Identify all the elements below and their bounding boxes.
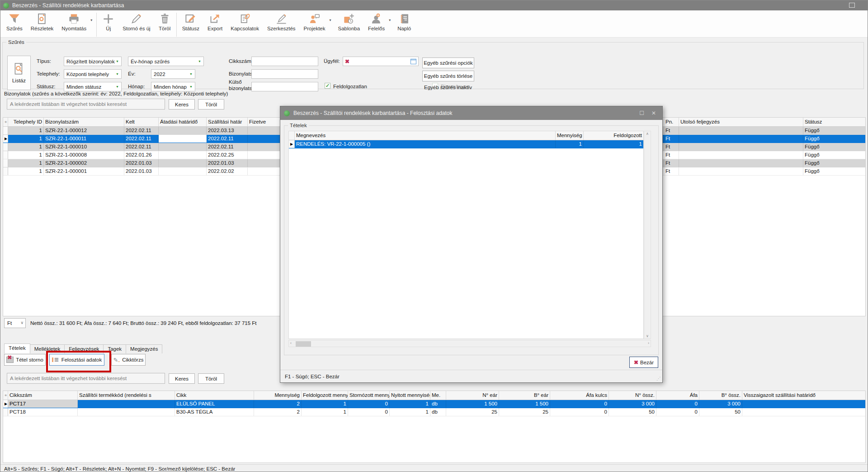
grid-cell[interactable] (78, 400, 175, 408)
month-select[interactable]: Minden hónap▼ (151, 82, 195, 91)
column-header[interactable]: Nyitott mennyiség (390, 391, 430, 400)
horizontal-scrollbar[interactable]: ‹ › (288, 340, 651, 347)
item-number-input[interactable] (251, 57, 318, 66)
year-month-filter-select[interactable]: Év-hónap szűrés▼ (128, 57, 204, 66)
grid-cell[interactable]: db (430, 408, 446, 416)
cancel-and-new-button[interactable]: Stornó és új (118, 12, 154, 32)
tab-megjegyzes[interactable]: Megjegyzés (126, 344, 162, 353)
to-template-button[interactable]: Sablonba (334, 12, 364, 32)
grid-cell[interactable]: 1 (8, 151, 44, 159)
column-header[interactable]: ✳ (3, 391, 8, 400)
column-header[interactable]: Feldolgozott menny (302, 391, 348, 400)
grid-cell[interactable]: 1 (8, 135, 44, 143)
search-button[interactable]: Keres (169, 99, 195, 110)
tab-tagek[interactable]: Tagek (103, 344, 126, 353)
detail-clear-search-button[interactable]: Töröl (198, 373, 224, 384)
column-header[interactable]: Mennyiség (254, 391, 302, 400)
column-header[interactable]: Cikk (175, 391, 254, 400)
column-header[interactable]: Cikkszám (8, 391, 78, 400)
grid-cell[interactable]: Függő (803, 167, 866, 175)
close-icon[interactable]: ✕ (651, 110, 656, 116)
log-button[interactable]: Napló (393, 12, 415, 32)
grid-cell[interactable] (159, 135, 207, 143)
grid-cell[interactable] (159, 167, 207, 175)
scroll-left-icon[interactable]: ‹ (290, 341, 292, 345)
responsible-button[interactable]: Felelős (364, 12, 389, 32)
grid-cell[interactable]: 2022.02.25 (207, 151, 248, 159)
grid-cell[interactable]: 2022.01.03 (124, 167, 159, 175)
grid-cell[interactable]: 25 (499, 408, 550, 416)
grid-cell[interactable]: 1 (8, 159, 44, 167)
column-header[interactable]: Pn. (664, 118, 679, 126)
grid-cell[interactable]: Ft (664, 135, 679, 143)
grid-cell[interactable]: 2022.02.11 (124, 135, 159, 143)
chevron-down-icon[interactable]: ▾ (389, 18, 393, 22)
grid-cell[interactable]: ELÜLSŐ PANEL (175, 400, 254, 408)
projects-button[interactable]: Projektek (300, 12, 330, 32)
grid-cell[interactable]: Függő (803, 127, 866, 134)
grid-cell[interactable]: 3 000 (609, 400, 656, 408)
grid-cell[interactable] (3, 127, 8, 134)
grid-cell[interactable]: 25 (446, 408, 499, 416)
tab-tetelek[interactable]: Tételek (4, 343, 30, 353)
grid-cell[interactable]: 2022.03.13 (207, 127, 248, 134)
list-button[interactable]: Listáz (7, 56, 31, 90)
column-header[interactable]: Áfa (656, 391, 699, 400)
status-select[interactable]: Minden státusz▼ (64, 82, 122, 91)
grid-cell[interactable] (679, 151, 803, 159)
resize-grip[interactable]: ⋰ (656, 376, 661, 381)
item-cancel-button[interactable]: ✖ Tétel storno (4, 354, 46, 366)
status-button[interactable]: Státusz (178, 12, 203, 32)
grid-cell[interactable]: 1 (390, 400, 430, 408)
scroll-right-icon[interactable]: › (648, 341, 649, 345)
grid-cell[interactable]: Ft (664, 151, 679, 159)
grid-cell[interactable]: 2022.01.26 (124, 151, 159, 159)
unprocessed-checkbox[interactable]: ✓ (325, 83, 330, 89)
column-header[interactable]: N° eár (446, 391, 499, 400)
grid-cell[interactable]: Ft (664, 127, 679, 134)
grid-cell[interactable] (742, 408, 866, 416)
scroll-down-icon[interactable]: ∨ (646, 334, 649, 338)
grid-cell[interactable] (78, 408, 175, 416)
grid-cell[interactable]: 2 (254, 408, 302, 416)
grid-cell[interactable]: 0 (656, 400, 699, 408)
grid-cell[interactable]: 2022.02.11 (207, 135, 248, 143)
grid-cell[interactable] (679, 159, 803, 167)
grid-cell[interactable]: 2022.01.03 (124, 159, 159, 167)
grid-cell[interactable]: ▶ (3, 400, 8, 408)
restore-icon[interactable] (849, 3, 855, 8)
grid-cell[interactable]: RENDELÉS: VR-22-1-000005 () (295, 140, 556, 148)
column-header[interactable]: Feldolgozott (584, 131, 644, 140)
grid-cell[interactable]: 1 (584, 140, 644, 148)
column-header[interactable]: Státusz (803, 118, 866, 126)
grid-cell[interactable] (3, 143, 8, 151)
grid-cell[interactable]: 1 (302, 400, 348, 408)
grid-cell[interactable]: Függő (803, 143, 866, 151)
grid-cell[interactable] (3, 167, 8, 175)
other-filter-options-button[interactable]: Egyéb szűrési opciók (422, 57, 474, 68)
delete-button[interactable]: Töröl (155, 12, 175, 32)
grid-cell[interactable]: 2022.02.11 (207, 143, 248, 151)
grid-cell[interactable]: 3 000 (699, 400, 742, 408)
grid-cell[interactable]: 0 (348, 408, 390, 416)
grid-cell[interactable]: 0 (656, 408, 699, 416)
print-button[interactable]: Nyomtatás (57, 12, 90, 32)
clear-other-filter-button[interactable]: Egyéb szűrés törlése (422, 71, 474, 81)
grid-cell[interactable]: 2022.02.11 (124, 127, 159, 134)
grid-cell[interactable]: 1 (390, 408, 430, 416)
column-header[interactable]: Megnevezés (295, 131, 556, 140)
column-header[interactable]: Bizonylatszám (44, 118, 124, 126)
grid-cell[interactable]: 0 (550, 400, 609, 408)
grid-cell[interactable]: 2022.01.03 (207, 159, 248, 167)
edit-button[interactable]: Szerkesztés (263, 12, 300, 32)
column-header[interactable]: Stornózott mennyisé (348, 391, 390, 400)
grid-cell[interactable] (679, 135, 803, 143)
grid-cell[interactable]: SZR-22-1-000012 (44, 127, 124, 134)
item-master-button[interactable]: ✎. Cikktörzs (111, 354, 146, 366)
column-header[interactable]: Telephely ID (8, 118, 44, 126)
tab-mellekletek[interactable]: Mellékletek (30, 344, 65, 353)
grid-cell[interactable] (159, 159, 207, 167)
grid-cell[interactable]: SZR-22-1-000011 (44, 135, 124, 143)
year-select[interactable]: 2022▼ (151, 69, 195, 79)
column-header[interactable]: Átadási határidő (159, 118, 207, 126)
